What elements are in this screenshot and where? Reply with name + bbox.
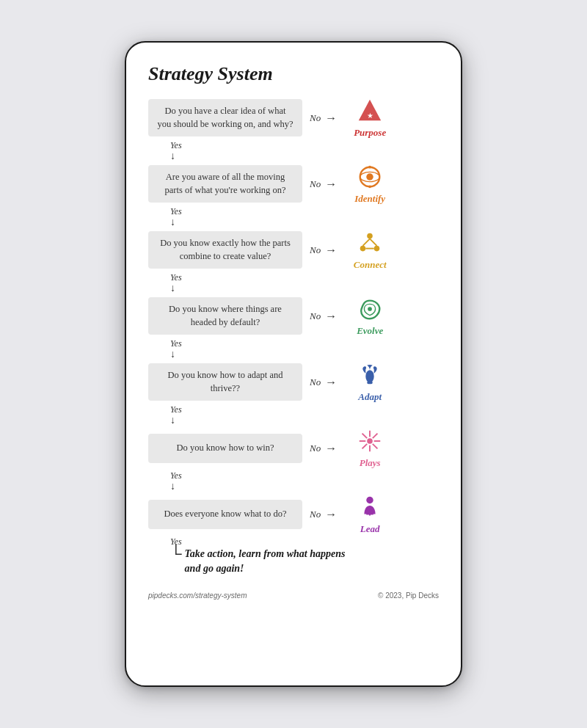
icon-box-lead: Lead (344, 493, 395, 535)
adapt-icon (356, 361, 384, 389)
down-arrow-6: ↓ (170, 481, 175, 492)
no-label-7: No (310, 509, 321, 520)
no-branch-2: No → Identify (310, 163, 439, 205)
svg-point-16 (367, 438, 373, 444)
adapt-label: Adapt (358, 391, 382, 403)
no-label-2: No (310, 178, 321, 190)
arrow-right-6: → (325, 442, 337, 455)
svg-line-23 (373, 434, 378, 439)
footer-copyright: © 2023, Pip Decks (378, 592, 439, 600)
svg-point-5 (368, 166, 371, 169)
purpose-label: Purpose (354, 127, 386, 139)
no-label-1: No (310, 112, 321, 124)
no-branch-5: No → Adapt (310, 361, 439, 403)
no-branch-6: No → Plays (310, 427, 439, 469)
connect-icon (356, 229, 384, 257)
no-label-6: No (310, 443, 321, 454)
icon-box-evolve: Evolve (344, 295, 395, 337)
no-label-4: No (310, 310, 321, 322)
yes-connector-2: Yes ↓ (170, 206, 182, 228)
yes-5: Yes (170, 404, 182, 415)
footer-url: pipdecks.com/strategy-system (148, 592, 247, 600)
yes-connector-3: Yes ↓ (170, 272, 182, 294)
svg-text:★: ★ (367, 112, 373, 120)
svg-line-21 (362, 434, 368, 439)
svg-point-7 (367, 233, 373, 239)
down-arrow-1: ↓ (170, 151, 175, 161)
question-4: Do you know where things are headed by d… (148, 297, 302, 335)
yes-connector-1: Yes ↓ (170, 140, 182, 161)
svg-point-25 (366, 497, 373, 504)
yes-6: Yes (170, 470, 182, 481)
question-1: Do you have a clear idea of what you sho… (148, 99, 302, 136)
no-branch-7: No → Lead (310, 493, 439, 535)
question-3: Do you know exactly how the parts combin… (148, 231, 302, 269)
svg-line-11 (370, 239, 377, 246)
flowchart: Do you have a clear idea of what you sho… (148, 97, 439, 575)
step-row-5: Do you know how to adapt and thrive?? No… (148, 361, 439, 403)
icon-box-adapt: Adapt (344, 361, 395, 403)
yes-4: Yes (170, 338, 182, 349)
svg-point-6 (368, 185, 371, 188)
step-row-3: Do you know exactly how the parts combin… (148, 229, 439, 271)
step-row-6: Do you know how to win? No → (148, 427, 439, 469)
evolve-label: Evolve (357, 325, 383, 337)
arrow-right-3: → (325, 244, 337, 257)
identify-icon (356, 163, 384, 191)
yes-3: Yes (170, 272, 182, 283)
down-arrow-3: ↓ (170, 283, 175, 294)
no-label-3: No (310, 244, 321, 256)
svg-point-14 (365, 370, 373, 382)
svg-line-10 (363, 239, 371, 246)
final-text: Take action, learn from what happens and… (185, 547, 346, 575)
step-row-2: Are you aware of all the moving parts of… (148, 163, 439, 205)
yes-2: Yes (170, 206, 182, 217)
svg-point-9 (374, 246, 380, 252)
svg-point-8 (360, 246, 366, 252)
question-2: Are you aware of all the moving parts of… (148, 165, 302, 203)
corner-arrow-icon: └ (170, 547, 182, 561)
no-branch-3: No → Connect (310, 229, 439, 271)
question-5: Do you know how to adapt and thrive?? (148, 363, 302, 401)
icon-box-identify: Identify (344, 163, 395, 205)
arrow-right-1: → (325, 112, 337, 125)
svg-point-13 (368, 307, 372, 311)
step-row-7: Does everyone know what to do? No → Lead (148, 493, 439, 535)
no-branch-1: No → ★ Purpose (310, 97, 439, 139)
plays-label: Plays (360, 457, 381, 469)
svg-point-15 (367, 382, 373, 385)
svg-line-24 (362, 444, 368, 449)
evolve-icon (356, 295, 384, 323)
down-arrow-2: ↓ (170, 217, 175, 228)
icon-box-connect: Connect (344, 229, 395, 271)
no-label-5: No (310, 376, 321, 388)
identify-label: Identify (354, 193, 385, 205)
yes-connector-6: Yes ↓ (170, 470, 182, 492)
svg-point-3 (366, 173, 373, 181)
question-6: Do you know how to win? (148, 434, 302, 463)
question-7: Does everyone know what to do? (148, 500, 302, 529)
down-arrow-5: ↓ (170, 415, 175, 426)
arrow-right-5: → (325, 376, 337, 389)
icon-box-purpose: ★ Purpose (344, 97, 395, 139)
icon-box-plays: Plays (344, 427, 395, 469)
card-title: Strategy System (148, 63, 439, 85)
strategy-card: Strategy System Do you have a clear idea… (125, 41, 462, 687)
yes-connector-4: Yes ↓ (170, 338, 182, 360)
arrow-right-4: → (325, 310, 337, 323)
yes-1: Yes (170, 140, 182, 151)
lead-icon (356, 493, 384, 521)
connect-label: Connect (354, 259, 387, 271)
purpose-icon: ★ (356, 97, 384, 125)
footer: pipdecks.com/strategy-system © 2023, Pip… (148, 587, 439, 600)
no-branch-4: No → Evolve (310, 295, 439, 337)
arrow-right-7: → (325, 508, 337, 521)
yes-connector-5: Yes ↓ (170, 404, 182, 426)
plays-icon (356, 427, 384, 455)
step-row-4: Do you know where things are headed by d… (148, 295, 439, 337)
final-row: Yes └ Take action, learn from what happe… (170, 536, 346, 575)
lead-label: Lead (360, 523, 380, 535)
arrow-right-2: → (325, 178, 337, 191)
down-arrow-4: ↓ (170, 349, 175, 360)
step-row-1: Do you have a clear idea of what you sho… (148, 97, 439, 139)
